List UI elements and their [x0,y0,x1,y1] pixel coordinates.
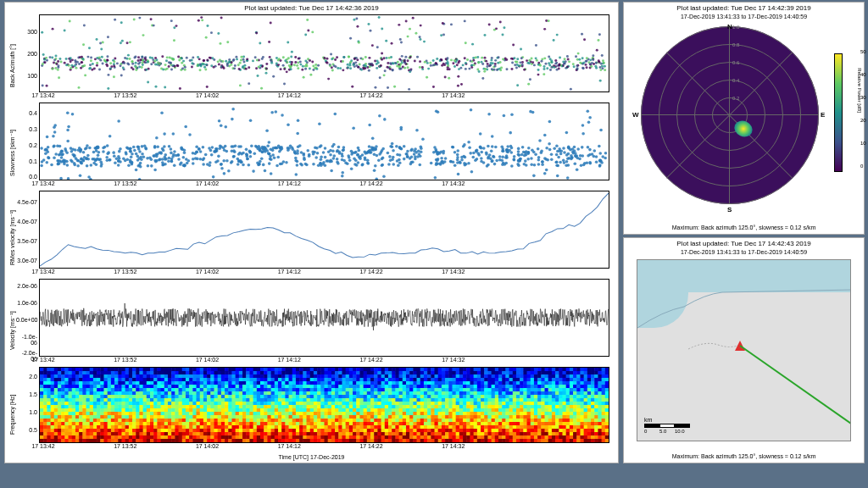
svg-rect-3048 [495,391,499,395]
svg-rect-4743 [264,429,268,432]
svg-rect-2312 [153,378,158,381]
svg-rect-4439 [320,422,325,425]
svg-point-366 [173,26,175,29]
svg-rect-2623 [121,385,125,388]
svg-rect-4879 [179,432,183,435]
svg-rect-3290 [218,398,222,402]
svg-rect-4807 [492,429,496,432]
svg-rect-2683 [335,385,339,388]
svg-rect-4901 [257,432,261,435]
svg-point-1160 [209,161,212,164]
svg-rect-3082 [47,395,51,398]
svg-point-914 [182,156,186,159]
svg-rect-4252 [225,419,229,422]
svg-rect-3790 [289,408,293,412]
svg-rect-3707 [562,405,566,408]
svg-point-1169 [374,164,377,168]
svg-rect-2933 [86,391,91,395]
svg-point-322 [548,19,550,22]
svg-rect-2994 [303,391,307,395]
svg-rect-4435 [307,422,311,425]
svg-rect-4356 [594,419,598,422]
svg-rect-4639 [463,425,467,429]
svg-rect-4563 [192,425,197,429]
svg-rect-3195 [448,395,453,398]
svg-point-253 [239,84,242,86]
svg-rect-3059 [534,391,538,395]
svg-rect-1801 [43,368,47,371]
svg-rect-3338 [388,398,392,402]
svg-rect-2386 [417,378,421,381]
svg-rect-4324 [481,419,485,422]
svg-rect-4594 [303,425,307,429]
svg-point-761 [401,55,403,58]
svg-rect-5002 [47,435,51,439]
svg-point-245 [197,56,199,58]
svg-rect-2458 [103,381,108,385]
svg-rect-4604 [338,425,342,429]
svg-point-1424 [413,152,416,156]
svg-rect-3495 [377,402,381,405]
svg-point-1327 [566,158,570,161]
svg-rect-2366 [346,378,350,381]
svg-rect-4921 [328,432,332,435]
svg-rect-2806 [203,388,208,391]
svg-point-218 [242,58,245,61]
svg-rect-2788 [139,388,143,391]
svg-rect-1924 [481,368,485,371]
svg-rect-3377 [527,398,531,402]
svg-point-367 [398,24,400,26]
svg-rect-4378 [103,422,108,425]
svg-rect-5086 [346,435,350,439]
svg-rect-1956 [594,368,598,371]
svg-rect-2952 [153,391,158,395]
svg-point-1397 [559,161,562,164]
svg-rect-2527 [349,381,353,385]
svg-rect-1887 [349,368,353,371]
svg-rect-2270 [573,374,577,378]
svg-rect-2243 [477,374,481,378]
svg-point-1472 [433,146,437,149]
svg-rect-2079 [463,371,467,374]
svg-rect-2449 [72,381,76,385]
svg-point-1705 [509,145,513,148]
svg-rect-4493 [513,422,517,425]
svg-rect-4458 [388,422,392,425]
svg-rect-4909 [285,432,289,435]
svg-rect-4379 [108,422,112,425]
svg-point-1398 [487,164,490,167]
svg-point-941 [479,132,482,136]
svg-point-823 [203,59,205,62]
svg-rect-3465 [271,402,275,405]
svg-rect-4125 [342,415,346,419]
svg-rect-2900 [537,388,542,391]
svg-point-691 [94,58,97,60]
svg-rect-2465 [129,381,133,385]
svg-rect-4841 [43,432,47,435]
svg-rect-4157 [456,415,460,419]
svg-rect-4411 [221,422,225,425]
svg-rect-4536 [97,425,101,429]
svg-rect-2430 [573,378,577,381]
svg-rect-3908 [139,412,143,415]
svg-rect-3477 [314,402,318,405]
svg-rect-4239 [179,419,183,422]
svg-rect-1907 [420,368,425,371]
svg-point-752 [293,64,296,66]
svg-rect-3084 [54,395,58,398]
svg-rect-2277 [598,374,602,378]
svg-rect-4597 [314,425,318,429]
svg-rect-4364 [54,422,58,425]
svg-rect-2425 [555,378,559,381]
svg-rect-2601 [43,385,47,388]
svg-point-798 [598,61,600,64]
svg-point-665 [329,64,331,67]
svg-point-1546 [245,152,248,156]
svg-point-131 [46,85,48,87]
svg-point-1587 [467,141,470,144]
svg-rect-2348 [281,378,286,381]
svg-rect-5189 [143,439,147,442]
svg-rect-4727 [207,429,211,432]
svg-rect-2375 [377,378,381,381]
svg-point-326 [143,57,146,59]
